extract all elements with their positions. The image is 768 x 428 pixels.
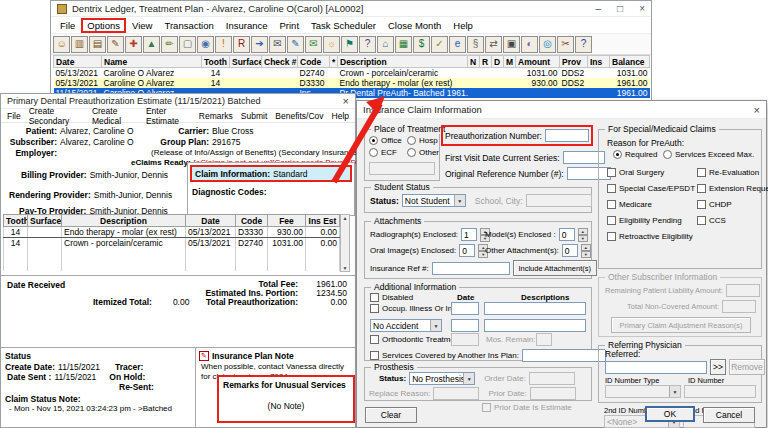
medicaid-checkbox[interactable]: Special Case/EPSDT: [607, 184, 695, 193]
models-spinner[interactable]: ▲▼: [578, 228, 588, 241]
procedure-row[interactable]: 14 Endo therapy - molar (ex rest)05/13/2…: [4, 227, 340, 238]
student-status-select[interactable]: Not Student ▼: [402, 194, 466, 207]
menu-help[interactable]: Help: [447, 19, 479, 32]
lab-case-icon[interactable]: ⚑: [341, 36, 358, 53]
table-row[interactable]: 05/13/2021Caroline O Alvarez 14 D2740 Cr…: [54, 68, 650, 79]
chevron-down-icon[interactable]: ▼: [430, 320, 441, 331]
table-row[interactable]: 05/13/2021Caroline O Alvarez 14 D3330 En…: [54, 78, 650, 88]
accident-select[interactable]: No Accident ▼: [370, 319, 442, 332]
ebackup-icon[interactable]: ◐: [521, 36, 538, 53]
collections-icon[interactable]: $: [413, 36, 430, 53]
treatment-planner-icon[interactable]: ✏: [161, 36, 178, 53]
send-message-icon[interactable]: ✉: [305, 36, 322, 53]
prosthesis-status-select[interactable]: No Prosthesis ▼: [409, 372, 475, 385]
close-icon[interactable]: ×: [343, 95, 349, 107]
menu-create-secondary[interactable]: Create Secondary: [25, 105, 88, 127]
document-center-icon[interactable]: ▢: [179, 36, 196, 53]
cancel-button[interactable]: Cancel: [703, 407, 755, 423]
other-attachments-spinner[interactable]: ▲▼: [581, 244, 591, 257]
services-covered-field[interactable]: [522, 349, 606, 362]
radiographs-field[interactable]: 1: [461, 228, 477, 241]
ledger-titlebar[interactable]: Dentrix Ledger, Treatment Plan - Alvarez…: [51, 1, 651, 17]
occup-illness-checkbox[interactable]: [370, 304, 379, 313]
scroll-up-icon[interactable]: ▲: [343, 215, 348, 221]
medicaid-checkbox[interactable]: Eligibility Pending: [607, 216, 695, 225]
medicaid-checkbox[interactable]: Oral Surgery: [607, 168, 695, 177]
models-field[interactable]: 0: [559, 228, 575, 241]
menu-print[interactable]: Print: [274, 19, 306, 32]
patient-letters-icon[interactable]: ✉: [269, 36, 286, 53]
referred-browse-button[interactable]: >>: [710, 359, 726, 375]
chevron-down-icon[interactable]: ▼: [463, 373, 474, 384]
procedures-scrollbar[interactable]: ▲ ▼: [340, 214, 350, 272]
occup-desc-field[interactable]: [484, 302, 586, 315]
ledger-icon[interactable]: ▤: [89, 36, 106, 53]
questionnaire-icon[interactable]: ?: [359, 36, 376, 53]
website-icon[interactable]: ◎: [539, 36, 556, 53]
occup-date-field[interactable]: [451, 302, 479, 315]
menu-file[interactable]: File: [54, 19, 81, 32]
menu-options[interactable]: Options: [81, 18, 126, 33]
patient-picture-icon[interactable]: ◉: [197, 36, 214, 53]
menu-help[interactable]: Help: [328, 110, 353, 122]
orthodontic-checkbox[interactable]: [370, 335, 379, 344]
help-toolbar-icon[interactable]: ?: [575, 36, 592, 53]
menu-benefits-cov[interactable]: Benefits/Cov: [271, 110, 327, 122]
chevron-down-icon[interactable]: ▼: [454, 195, 465, 206]
perio-chart-icon[interactable]: ▲: [143, 36, 160, 53]
medicaid-checkbox[interactable]: Extension Requested: [697, 184, 768, 193]
menu-submit[interactable]: Submit: [237, 110, 271, 122]
disabled-checkbox[interactable]: Disabled: [370, 293, 413, 302]
office-journal-icon[interactable]: ✎: [107, 36, 124, 53]
place-other-field[interactable]: [369, 162, 435, 175]
menu-insurance[interactable]: Insurance: [220, 19, 274, 32]
print-icon[interactable]: ▣: [503, 36, 520, 53]
radio-hosp[interactable]: Hosp: [407, 136, 438, 145]
menu-create-medical[interactable]: Create Medical: [88, 105, 142, 127]
appointment-book-icon[interactable]: ▦: [395, 36, 412, 53]
maximize-icon[interactable]: □: [617, 3, 623, 14]
eclaims-icon[interactable]: e: [449, 36, 466, 53]
include-attachments-button[interactable]: Include Attachment(s): [513, 260, 597, 276]
accident-desc-field[interactable]: [484, 319, 586, 332]
menu-remarks[interactable]: Remarks: [195, 110, 237, 122]
family-file-icon[interactable]: ▥: [71, 36, 88, 53]
menu-file[interactable]: File: [3, 110, 25, 122]
patient-referrals-icon[interactable]: ➔: [251, 36, 268, 53]
accident-date-field[interactable]: [451, 319, 479, 332]
close-icon[interactable]: ×: [639, 3, 645, 14]
prescriptions-icon[interactable]: R: [233, 36, 250, 53]
medicaid-checkbox[interactable]: Medicare: [607, 200, 695, 209]
treatment-manager-icon[interactable]: ✓: [431, 36, 448, 53]
menu-enter-estimate[interactable]: Enter Estimate: [142, 105, 195, 127]
other-attachments-field[interactable]: 0: [562, 244, 578, 257]
medicaid-checkbox[interactable]: CCS: [697, 216, 768, 225]
patient-chart-icon[interactable]: ✚: [125, 36, 142, 53]
claim-information-line[interactable]: Claim Information: Standard: [192, 167, 350, 180]
ok-button[interactable]: OK: [645, 406, 695, 422]
scroll-down-icon[interactable]: ▼: [343, 265, 348, 271]
patient-alerts-icon[interactable]: !: [215, 36, 232, 53]
services-covered-checkbox[interactable]: [370, 351, 379, 360]
close-icon[interactable]: ×: [754, 104, 760, 116]
radio-required[interactable]: Required: [613, 150, 657, 159]
select-patient-icon[interactable]: ☺: [53, 36, 70, 53]
procedure-row[interactable]: 14 Crown - porcelain/ceramic05/13/2021 D…: [4, 238, 340, 249]
patient-education-icon[interactable]: ✂: [557, 36, 574, 53]
menu-close-month[interactable]: Close Month: [382, 19, 447, 32]
chevron-down-icon[interactable]: ▼: [669, 386, 680, 397]
quick-letters-icon[interactable]: ✎: [287, 36, 304, 53]
radio-other[interactable]: Other: [407, 148, 439, 157]
oral-images-field[interactable]: 0: [459, 244, 475, 257]
menu-view[interactable]: View: [126, 19, 158, 32]
dialog-titlebar[interactable]: Insurance Claim Information ×: [357, 101, 766, 119]
referred-field[interactable]: [605, 361, 707, 374]
minimize-icon[interactable]: –: [596, 3, 602, 14]
insurance-manager-icon[interactable]: §: [467, 36, 484, 53]
medicaid-checkbox[interactable]: CHDP: [697, 200, 768, 209]
batch-processor-icon[interactable]: ⇄: [485, 36, 502, 53]
insurance-ref-field[interactable]: [432, 262, 510, 275]
office-manager-icon[interactable]: ⌂: [377, 36, 394, 53]
menu-transaction[interactable]: Transaction: [158, 19, 219, 32]
radio-office[interactable]: Office: [369, 136, 402, 145]
